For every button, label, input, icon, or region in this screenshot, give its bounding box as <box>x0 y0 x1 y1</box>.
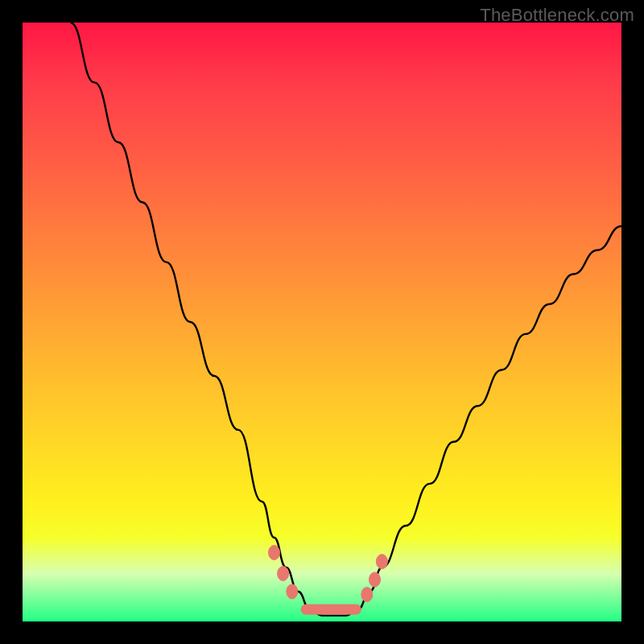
bottleneck-curve <box>71 23 622 616</box>
marker-dot-1 <box>278 567 289 581</box>
flat-segment-pill <box>301 605 361 614</box>
marker-dot-0 <box>269 545 280 559</box>
marker-dot-3 <box>361 588 373 602</box>
plot-area <box>23 23 621 621</box>
curve-layer <box>23 23 621 621</box>
marker-group <box>269 545 388 601</box>
credit-text: TheBottleneck.com <box>480 5 634 26</box>
marker-dot-4 <box>369 572 381 587</box>
chart-frame: TheBottleneck.com <box>0 0 644 644</box>
marker-dot-5 <box>376 555 387 569</box>
marker-dot-2 <box>287 584 298 599</box>
